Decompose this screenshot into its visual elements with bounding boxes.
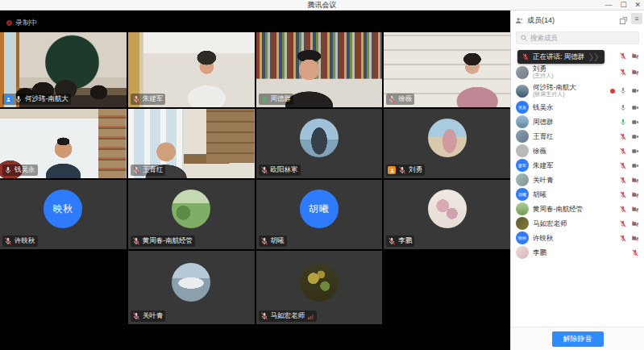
avatar [516,217,529,230]
avatar-tile[interactable]: 刘勇 [384,109,510,178]
avatar [516,85,529,98]
speaking-toast-text: 正在讲话: 周德群 [533,52,584,62]
camera-off-icon[interactable] [631,177,639,184]
camera-icon[interactable] [631,119,639,126]
member-row[interactable]: 刘勇 (主持人) [511,63,644,81]
member-row[interactable]: 胡曦 胡曦 [511,187,644,202]
avatar-tile[interactable]: 欧阳林寒 [256,109,383,178]
camera-off-icon[interactable] [631,206,639,213]
camera-icon[interactable] [631,87,639,94]
member-name: 胡曦 [533,191,615,198]
mic-muted-icon[interactable] [619,177,627,184]
member-row[interactable]: 马如宏老师 [511,216,644,231]
member-name: 关叶青 [533,177,615,184]
main-content: 录制中 何沙玮-南航大 朱建军 [0,10,644,350]
video-tile-speaking[interactable]: 周德群 [256,32,383,107]
camera-off-icon[interactable] [631,69,639,76]
member-role: (联席主持人) [533,91,606,97]
video-tile[interactable]: 何沙玮-南航大 [0,32,127,107]
camera-off-icon[interactable] [631,235,639,242]
participant-name: 刘勇 [409,165,422,175]
member-list: 正在讲话: 周德群 ❯❯ 刘勇 (主持人) [511,48,644,327]
avatar [172,263,210,302]
video-tile[interactable]: 钱吴永 [0,109,127,178]
member-row[interactable]: 徐薇 [511,144,644,158]
participant-name: 黄周春-南航经管 [143,236,193,246]
mic-muted-icon[interactable] [619,69,627,76]
participant-name: 周德群 [271,94,292,104]
member-row[interactable]: 周德群 [511,115,644,129]
mic-muted-icon[interactable] [619,162,627,169]
member-row[interactable]: 建军 朱建军 [511,158,644,173]
participant-grid: 何沙玮-南航大 朱建军 周德群 [0,32,510,324]
member-name: 李鹏 [533,249,627,256]
popout-panel-icon[interactable] [619,16,628,25]
tile-name-label: 关叶青 [131,310,166,322]
camera-off-icon[interactable] [631,52,639,60]
search-box[interactable] [516,31,639,44]
camera-off-icon[interactable] [631,191,639,198]
mic-muted-icon[interactable] [619,235,627,242]
member-name: 刘勇 [533,65,615,73]
avatar [300,119,339,157]
video-tile[interactable]: 朱建军 [128,32,255,107]
avatar [516,202,529,215]
member-role: (主持人) [533,73,615,78]
minimize-button[interactable]: — [605,0,612,10]
mic-on-icon[interactable] [619,87,627,94]
member-name: 徐薇 [533,148,615,155]
search-input[interactable] [530,34,635,42]
mic-on-icon [4,166,12,174]
unmute-button[interactable]: 解除静音 [552,331,604,347]
member-name: 周德群 [533,119,615,126]
window-controls: — ☐ ✕ [605,0,641,10]
avatar-tile[interactable]: 关叶青 [128,251,255,324]
recording-label: 录制中 [15,18,37,28]
tile-name-label: 许映秋 [2,235,38,247]
avatar-tile[interactable]: 黄周春-南航经管 [128,180,255,249]
mic-muted-icon[interactable] [619,133,627,140]
member-row[interactable]: 何沙玮-南航大 (联席主持人) [511,81,644,100]
members-panel-footer: 解除静音 [511,327,644,350]
member-row[interactable]: 李鹏 [511,245,644,260]
camera-icon[interactable] [631,162,639,169]
member-row[interactable]: 王育红 [511,129,644,144]
mic-muted-icon[interactable] [631,249,639,256]
camera-icon[interactable] [631,133,639,140]
member-row[interactable]: 黄周春-南航经管 [511,202,644,216]
avatar-tile[interactable]: 映秋 许映秋 [0,180,127,249]
avatar-tile[interactable]: 胡曦 胡曦 [256,180,383,249]
avatar [300,263,339,302]
panel-menu-button[interactable]: ≡ [631,13,642,24]
avatar-tile[interactable]: 马如宏老师 [256,251,383,324]
tile-name-label: 王育红 [131,165,166,176]
member-row[interactable]: 关叶青 [511,173,644,187]
participant-name: 钱吴永 [15,165,35,175]
maximize-button[interactable]: ☐ [620,0,626,10]
participant-name: 徐薇 [398,94,412,104]
video-tile[interactable]: 王育红 [128,109,255,178]
mic-muted-icon[interactable] [619,191,627,198]
mic-on-icon[interactable] [619,104,627,111]
mic-muted-icon[interactable] [619,220,627,227]
member-row[interactable]: 吴永 钱吴永 [511,100,644,115]
close-button[interactable]: ✕ [634,0,641,10]
mic-active-icon[interactable] [619,119,627,126]
camera-icon[interactable] [631,148,639,155]
members-panel-title: 成员(14) [527,15,616,26]
video-tile[interactable]: 徐薇 [384,32,510,107]
camera-off-icon[interactable] [631,220,639,227]
mic-muted-icon[interactable] [619,206,627,213]
weak-signal-icon [307,313,314,320]
mic-muted-icon [260,237,268,245]
mic-muted-icon[interactable] [619,52,627,60]
member-row[interactable]: 映秋 许映秋 [511,231,644,245]
participant-name: 关叶青 [143,311,164,321]
avatar-tile[interactable]: 李鹏 [384,180,510,249]
mic-muted-icon[interactable] [619,148,627,155]
tile-name-label: 马如宏老师 [259,310,318,322]
speaking-toast: 正在讲话: 周德群 ❯❯ [517,50,605,64]
mic-on-icon [15,95,23,103]
video-grid-area: 录制中 何沙玮-南航大 朱建军 [0,10,510,350]
camera-icon[interactable] [631,104,639,111]
